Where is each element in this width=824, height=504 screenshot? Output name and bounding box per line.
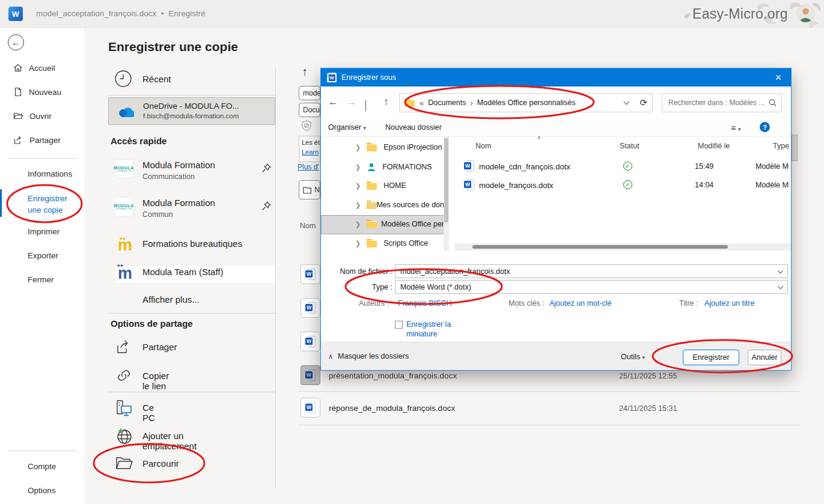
back-button[interactable]: ← [8, 34, 24, 50]
chevron-right-icon[interactable]: ❯ [355, 240, 361, 247]
sidebar-item-exporter[interactable]: Exporter [28, 251, 58, 260]
close-icon[interactable]: × [772, 72, 785, 83]
up-arrow-fragment-icon[interactable]: ↑ [302, 65, 308, 79]
breadcrumb-documents[interactable]: Documents [428, 99, 466, 107]
chevron-right-icon[interactable]: ❯ [355, 163, 361, 171]
location-onedrive[interactable]: OneDrive - MODULA FO... f.bisch@modula-f… [108, 97, 275, 125]
save-thumbnail-checkbox[interactable] [395, 321, 403, 329]
sidebar-item-enregistrer-une-copie[interactable]: Enregistrer une copie [28, 193, 67, 216]
file-row-reponse[interactable]: W réponse_de_modula_françois.docx 24/11/… [299, 396, 799, 424]
chevron-right-icon[interactable]: ❯ [355, 220, 361, 228]
new-folder-button[interactable]: Nouveau dossier [385, 123, 442, 132]
breadcrumb-collapse[interactable]: « [415, 99, 428, 108]
tree-item-label: Epson iProjection [383, 143, 442, 151]
fragment-more-options-link[interactable]: Plus d' [298, 163, 320, 171]
clock-icon [114, 70, 132, 88]
hide-folders-toggle[interactable]: ∧ Masquer les dossiers [328, 352, 409, 360]
nav-history-chevron-icon[interactable] [365, 100, 366, 111]
tree-item-modeles-office[interactable]: ❯ Modèles Office per [355, 220, 444, 228]
brand-text: Easy-Micro.org [692, 6, 788, 22]
sidebar-item-nouveau[interactable]: Nouveau [13, 87, 61, 97]
column-header-nom[interactable]: Nom [475, 142, 491, 150]
doc-title-add-link[interactable]: Ajoutez un titre [704, 299, 754, 308]
nav-forward-icon[interactable]: → [346, 96, 356, 108]
column-header-type[interactable]: Type [773, 142, 789, 150]
tree-item-mes-sources[interactable]: ❯ Mes sources de don [355, 201, 444, 209]
location-modula-commun[interactable]: M̈ODULAFORMATION Modula Formation Commun [113, 196, 273, 222]
sidebar-item-options[interactable]: Options [28, 486, 56, 495]
refresh-icon[interactable]: ⟳ [639, 97, 647, 108]
sidebar-item-informations[interactable]: Informations [28, 169, 72, 178]
chevron-down-icon[interactable] [778, 283, 784, 289]
filetype-select[interactable]: Modèle Word (*.dotx) [395, 280, 788, 294]
sort-ascending-icon[interactable]: ˄ [537, 135, 541, 141]
address-dropdown-icon[interactable] [624, 99, 630, 105]
tags-add-link[interactable]: Ajoutez un mot-clé [549, 299, 612, 308]
sidebar-item-label: Nouveau [29, 88, 61, 97]
breadcrumb-current-folder[interactable]: Modèles Office personnalisés [477, 99, 576, 107]
organize-menu[interactable]: Organiser ▾ [328, 123, 366, 132]
sidebar-item-accueil[interactable]: Accueil [13, 63, 55, 73]
folder-icon [367, 143, 377, 151]
avatar[interactable] [796, 4, 815, 23]
tree-item-scripts-office[interactable]: ❯ Scripts Office [355, 239, 428, 247]
help-icon[interactable]: ? [760, 122, 770, 132]
nav-up-icon[interactable]: ↑ [383, 96, 389, 108]
sidebar-item-fermer[interactable]: Fermer [28, 275, 54, 284]
tree-item-formations[interactable]: ❯ FORMATIONS [355, 162, 432, 172]
sidebar-item-partager[interactable]: Partager [13, 135, 61, 145]
search-box[interactable] [662, 93, 782, 112]
pin-icon[interactable] [261, 163, 272, 174]
chevron-right-icon[interactable]: ❯ [355, 182, 361, 190]
save-status: Enregistré [168, 9, 206, 18]
pin-icon[interactable] [261, 201, 272, 211]
cancel-button[interactable]: Annuler [748, 350, 781, 365]
file-date: 25/11/2025 12:55 [619, 372, 677, 380]
sidebar-item-label: Options [28, 486, 56, 495]
location-modula-team[interactable]: m Modula Team (Staff) [113, 261, 273, 283]
sidebar-item-label: Enregistrer une copie [28, 194, 67, 214]
fragment-new-folder-button[interactable]: N [299, 180, 320, 199]
save-thumbnail-label[interactable]: Enregistrer la miniature [406, 320, 462, 339]
dialog-file-row[interactable]: W modele_cdn_françois.dotx ✓ 15:49 Modèl… [454, 157, 791, 175]
tree-item-epson[interactable]: ❯ Epson iProjection [355, 143, 442, 151]
folder-icon [367, 181, 377, 190]
dialog-file-row[interactable]: W modele_françois.dotx ✓ 14:04 Modèle Mi [454, 176, 791, 194]
save-button[interactable]: Enregistrer [683, 350, 739, 365]
column-header-statut[interactable]: Statut [620, 142, 639, 150]
authors-value[interactable]: François BISCH [398, 299, 452, 308]
filename-input[interactable]: model_acceptation_françois.dotx [395, 264, 788, 278]
chevron-right-icon[interactable]: ❯ [355, 201, 361, 209]
sidebar-item-compte[interactable]: Compte [28, 462, 56, 471]
folder-outline-icon [303, 186, 311, 194]
column-header-modifie[interactable]: Modifié le [698, 142, 730, 150]
tree-scrollbar[interactable] [444, 137, 449, 251]
location-formations-bureautiques[interactable]: m Formations bureautiques [113, 233, 273, 255]
open-folder-icon [13, 111, 23, 121]
fragment-documents-crumb[interactable]: Docu [299, 103, 320, 117]
backstage-sidebar: ← Accueil Nouveau Ouvrir Partager [0, 28, 84, 504]
location-label: Formations bureautiques [142, 238, 242, 249]
chevron-right-icon[interactable]: ❯ [355, 144, 361, 151]
file-type: Modèle Mi [755, 162, 789, 171]
tree-item-home[interactable]: ❯ HOME [355, 181, 406, 190]
filetype-label: Type : [333, 283, 392, 291]
nav-back-icon[interactable]: ← [328, 96, 338, 108]
search-input[interactable] [667, 98, 769, 108]
list-horizontal-scrollbar[interactable] [454, 243, 791, 250]
location-modula-communication[interactable]: M̈ODULAFORMATION Modula Formation Commun… [113, 158, 273, 184]
breadcrumb[interactable]: « Documents › Modèles Office personnalis… [399, 93, 653, 112]
chevron-up-icon: ∧ [328, 353, 333, 360]
fragment-filename-box[interactable]: mode [299, 86, 320, 100]
view-mode-icon[interactable]: ≡ ▾ [731, 123, 741, 133]
show-more-link[interactable]: Afficher plus... [142, 294, 200, 305]
list-divider [108, 313, 275, 314]
breadcrumb-separator: › [466, 99, 477, 108]
dialog-title-bar[interactable]: W Enregistrer sous × [321, 68, 791, 87]
sidebar-item-ouvrir[interactable]: Ouvrir [13, 111, 52, 121]
sidebar-item-imprimer[interactable]: Imprimer [28, 227, 60, 236]
tools-menu[interactable]: Outils ▾ [621, 353, 645, 361]
save-as-dialog: W Enregistrer sous × ← → ↑ « Documents ›… [320, 68, 792, 371]
fragment-learn-link[interactable]: Learn [302, 148, 320, 156]
chevron-down-icon[interactable] [778, 267, 784, 273]
